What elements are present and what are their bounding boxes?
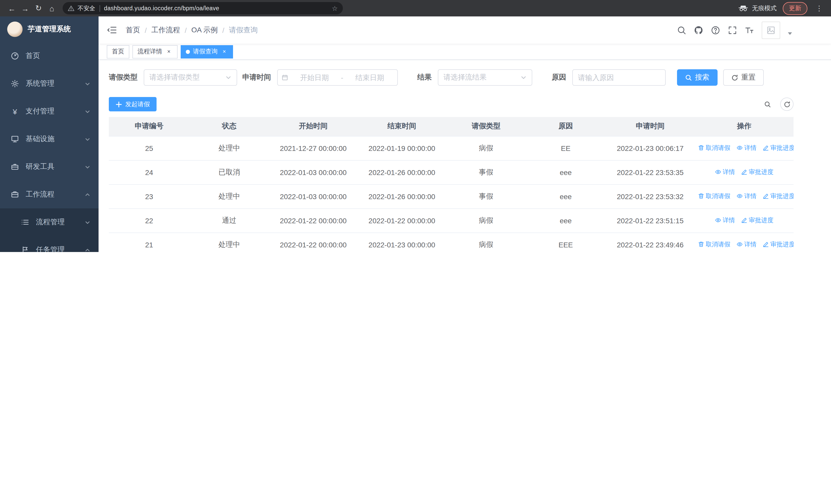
sidebar-item-workflow[interactable]: 工作流程 [0, 181, 98, 208]
search-icon[interactable] [677, 25, 686, 35]
start-date-input[interactable] [291, 73, 338, 82]
col-start-time: 开始时间 [269, 117, 357, 136]
delete-icon [698, 241, 704, 248]
tab-close-icon[interactable]: × [221, 48, 228, 55]
tab-label: 流程详情 [138, 47, 162, 56]
end-date-input[interactable] [346, 73, 393, 82]
sidebar-item-label: 工作流程 [26, 190, 54, 199]
breadcrumb-item[interactable]: 工作流程 [151, 25, 180, 35]
leave-type-select[interactable]: 请选择请假类型 [144, 69, 237, 86]
leave-type-label: 请假类型 [109, 73, 138, 82]
row-action-cancel[interactable]: 取消请假 [698, 240, 730, 249]
result-label: 结果 [403, 73, 432, 82]
hide-search-icon[interactable] [761, 97, 774, 111]
tab-leave-query[interactable]: 请假查询 × [181, 45, 233, 58]
sidebar-item-label: 任务管理 [36, 245, 65, 252]
sidebar-item-devtools[interactable]: 研发工具 [0, 153, 98, 181]
chevron-down-icon [85, 109, 90, 114]
row-action-progress[interactable]: 审批进度 [763, 240, 794, 249]
incognito-icon [738, 5, 748, 11]
sidebar-item-task-mgmt[interactable]: 任务管理 [0, 236, 98, 252]
cell-end-time: 2022-01-19 00:00:00 [357, 136, 446, 160]
cell-reason: eee [526, 160, 605, 184]
col-apply-time: 申请时间 [605, 117, 695, 136]
reset-button[interactable]: 重置 [723, 69, 764, 86]
chevron-up-icon [85, 192, 90, 197]
breadcrumb-separator: / [185, 26, 187, 34]
sidebar-item-infra[interactable]: 基础设施 [0, 125, 98, 153]
row-action-cancel[interactable]: 取消请假 [698, 192, 730, 201]
chevron-down-icon [520, 75, 526, 81]
cell-reason: eee [526, 208, 605, 233]
breadcrumb-item-current: 请假查询 [229, 25, 258, 35]
reason-input[interactable] [578, 73, 660, 82]
cell-apply-time: 2022-01-22 23:51:15 [605, 208, 695, 233]
url-bar[interactable]: 不安全 dashboard.yudao.iocoder.cn/bpm/oa/le… [63, 2, 343, 14]
edit-icon [763, 145, 769, 151]
flag-icon [21, 246, 30, 252]
incognito-badge: 无痕模式 [738, 4, 777, 12]
sidebar-toggle-icon[interactable] [107, 26, 116, 34]
search-button[interactable]: 搜索 [677, 69, 718, 86]
avatar-dropdown-caret-icon[interactable] [788, 32, 792, 35]
refresh-icon[interactable] [780, 97, 794, 111]
github-icon[interactable] [694, 25, 703, 35]
bookmark-star-icon[interactable]: ☆ [332, 4, 338, 12]
home-icon[interactable]: ⌂ [45, 2, 58, 15]
view-icon [715, 169, 721, 175]
cell-leave-type: 事假 [446, 160, 526, 184]
col-operations: 操作 [695, 117, 794, 136]
sidebar-logo[interactable]: 芋道管理系统 [0, 17, 98, 42]
user-avatar[interactable] [762, 21, 780, 39]
row-action-progress[interactable]: 审批进度 [741, 216, 774, 225]
row-action-detail[interactable]: 详情 [737, 240, 756, 249]
cell-start-time: 2022-01-03 00:00:00 [269, 160, 357, 184]
row-action-progress[interactable]: 审批进度 [741, 168, 774, 177]
result-select[interactable]: 请选择流结果 [438, 69, 532, 86]
date-range-picker[interactable]: - [277, 69, 398, 86]
sidebar-item-label: 流程管理 [36, 217, 65, 227]
row-action-cancel[interactable]: 取消请假 [698, 144, 730, 152]
font-size-icon[interactable] [745, 25, 754, 35]
sidebar-item-process-mgmt[interactable]: 流程管理 [0, 208, 98, 236]
cell-end-time: 2022-01-23 00:00:00 [357, 233, 446, 252]
url-text[interactable]: dashboard.yudao.iocoder.cn/bpm/oa/leave [104, 5, 329, 11]
fullscreen-icon[interactable] [728, 25, 737, 35]
tab-close-icon[interactable]: × [165, 48, 172, 55]
update-button[interactable]: 更新 [783, 2, 807, 14]
sidebar-item-payment[interactable]: ¥ 支付管理 [0, 97, 98, 125]
breadcrumb-item[interactable]: 首页 [126, 25, 140, 35]
row-action-detail[interactable]: 详情 [737, 192, 756, 201]
row-action-detail[interactable]: 详情 [737, 144, 756, 152]
cell-apply-id: 21 [109, 233, 190, 252]
row-action-progress[interactable]: 审批进度 [763, 192, 794, 201]
back-icon[interactable]: ← [5, 2, 19, 15]
cell-end-time: 2022-01-26 00:00:00 [357, 160, 446, 184]
forward-icon[interactable]: → [19, 2, 32, 15]
create-leave-button[interactable]: 发起请假 [109, 97, 156, 111]
cell-status: 处理中 [190, 233, 269, 252]
cell-end-time: 2022-01-22 00:00:00 [357, 208, 446, 233]
tab-process-detail[interactable]: 流程详情 × [133, 45, 178, 58]
tab-label: 首页 [112, 47, 124, 56]
sidebar-item-label: 首页 [26, 51, 40, 61]
col-end-time: 结束时间 [357, 117, 446, 136]
sidebar-item-home[interactable]: 首页 [0, 42, 98, 70]
reload-icon[interactable]: ↻ [32, 2, 45, 15]
app: 芋道管理系统 首页 系统管理 ¥ 支付管理 基础设施 [0, 17, 831, 252]
security-label[interactable]: 不安全 [78, 4, 95, 12]
yen-icon: ¥ [10, 108, 20, 115]
row-action-detail[interactable]: 详情 [715, 216, 735, 225]
tab-home[interactable]: 首页 [107, 45, 130, 58]
row-action-progress[interactable]: 审批进度 [763, 144, 794, 152]
col-status: 状态 [190, 117, 269, 136]
breadcrumb-item[interactable]: OA 示例 [192, 25, 218, 35]
logo-avatar-image [7, 22, 23, 37]
browser-menu-icon[interactable]: ⋮ [812, 2, 826, 15]
row-action-detail[interactable]: 详情 [715, 168, 735, 177]
help-icon[interactable] [711, 25, 720, 35]
tags-view: 首页 流程详情 × 请假查询 × [98, 43, 831, 60]
cell-end-time: 2022-01-26 00:00:00 [357, 184, 446, 208]
cell-apply-time: 2022-01-22 23:49:46 [605, 233, 695, 252]
sidebar-item-system[interactable]: 系统管理 [0, 70, 98, 97]
